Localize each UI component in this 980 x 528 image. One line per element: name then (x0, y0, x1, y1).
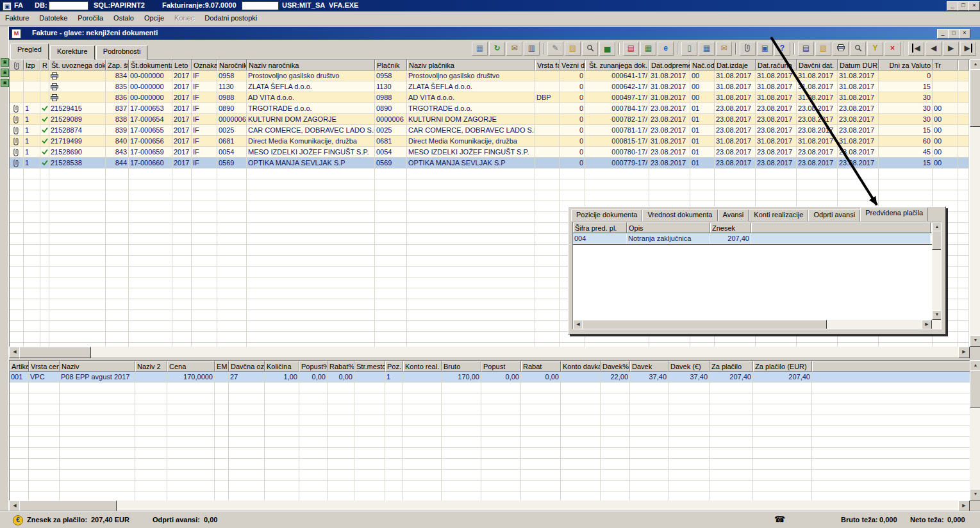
invoice-row[interactable]: 12152908983817-0006542017IF0000006KULTUR… (10, 114, 970, 125)
column-header-davcni[interactable]: Davčni dat. (797, 60, 838, 70)
menu-item-datoteke[interactable]: Datoteke (34, 12, 72, 26)
zoom-icon[interactable] (850, 42, 866, 56)
popup-tab-pozicije-dokumenta[interactable]: Pozicije dokumenta (571, 210, 642, 221)
predvidena-placila-icon[interactable]: ✉ (716, 42, 732, 56)
window-close-button[interactable]: × (959, 29, 970, 38)
column-header-cena[interactable]: Cena (167, 361, 215, 372)
column-header-odpreme[interactable]: Dat.odpreme (649, 60, 690, 70)
column-header-r[interactable]: R (40, 60, 49, 70)
folder-icon[interactable]: ▧ (815, 42, 831, 56)
popup-vscrollbar[interactable]: ▲ ▼ (932, 222, 941, 329)
column-header-za_placilo[interactable]: Za plačilo (710, 361, 753, 372)
column-header-vrsta[interactable]: Vrsta fa. (535, 60, 560, 70)
column-header-sifra[interactable]: Šifra pred. pl. (573, 222, 627, 233)
popup-hscrollbar[interactable]: ◀ ▶ (573, 320, 941, 329)
column-header-leto[interactable]: Leto (172, 60, 192, 70)
column-header-dur[interactable]: Datum DUR (838, 60, 879, 70)
pen-icon[interactable]: ✎ (547, 42, 563, 56)
maximize-button[interactable]: □ (958, 1, 969, 11)
menu-item-fakture[interactable]: Fakture (0, 12, 34, 26)
invoice-row[interactable]: 12152869084317-0006592017IF0054MESO IZDE… (10, 147, 970, 158)
scroll-right-icon[interactable]: ▶ (958, 500, 970, 512)
scroll-right-icon[interactable]: ▶ (922, 320, 932, 329)
refresh-icon[interactable]: ↻ (489, 42, 505, 56)
document-icon[interactable]: ▤ (798, 42, 814, 56)
db-input[interactable] (49, 1, 88, 10)
prev-record-icon[interactable]: ◀ (926, 42, 942, 56)
blank-page-icon[interactable]: ▯ (681, 42, 697, 56)
column-header-naziv_placnika[interactable]: Naziv plačnika (407, 60, 535, 70)
scroll-down-icon[interactable]: ▼ (970, 335, 980, 347)
column-header-attach[interactable] (10, 60, 24, 70)
detail-row[interactable]: 001VPCP08 EPP avgust 2017170,0000271,000… (10, 372, 970, 383)
detail-vscroll-thumb[interactable] (970, 370, 980, 408)
dock-icon-3[interactable]: ▣ (1, 79, 9, 87)
column-header-zap[interactable]: Zap. št. (106, 60, 129, 70)
aux-input[interactable] (242, 1, 279, 10)
printer-icon[interactable] (833, 42, 849, 56)
minimize-button[interactable]: _ (947, 1, 958, 11)
help-icon[interactable]: ? (774, 42, 790, 56)
window-minimize-button[interactable]: _ (937, 29, 949, 38)
last-record-icon[interactable]: ▶ (960, 42, 976, 56)
column-header-izdaje[interactable]: Dat.izdaje (715, 60, 756, 70)
tab-pregled[interactable]: Pregled (10, 44, 49, 60)
dock-icon-1[interactable]: ▣ (1, 58, 9, 67)
popup-tab-konti-realizacije[interactable]: Konti realizacije (749, 210, 808, 221)
invoice-row[interactable]: 83400-0000002017IF0958Prostovoljno gasil… (10, 70, 970, 81)
column-header-opis[interactable]: Opis (627, 222, 710, 233)
popup-tab-avansi[interactable]: Avansi (718, 210, 749, 221)
column-header-konto_davka[interactable]: Konto davka (561, 361, 601, 372)
menu-item-poro-ila[interactable]: Poročila (72, 12, 108, 26)
detail-grid-hscrollbar[interactable]: ◀ ▶ (9, 500, 970, 511)
grid-layout-icon[interactable]: ▥ (524, 42, 540, 56)
column-header-vezni[interactable]: Vezni dok. (560, 60, 585, 70)
column-header-uvoz[interactable]: Št. uvoznega dok. (49, 60, 106, 70)
column-header-nac[interactable]: Nač.odpr. (690, 60, 715, 70)
tab-korekture[interactable]: Korekture (50, 45, 95, 60)
popup-hscroll-thumb[interactable] (582, 320, 827, 329)
calendar-icon[interactable]: ▦ (640, 42, 656, 56)
open-folder-icon[interactable]: ▨ (565, 42, 581, 56)
attachment-icon[interactable] (740, 42, 756, 56)
column-header-_fill[interactable] (751, 222, 931, 233)
column-header-rabat[interactable]: Rabat (521, 361, 561, 372)
tab-podrobnosti[interactable]: Podrobnosti (96, 45, 148, 60)
scroll-down-icon[interactable]: ▼ (970, 489, 980, 500)
invoice-row[interactable]: 12152941583717-0006532017IF0890TRGOTRADE… (10, 103, 970, 114)
column-header-vrsta_cene[interactable]: Vrsta cene (29, 361, 60, 372)
comment-icon[interactable]: ▣ (757, 42, 773, 56)
column-header-naziv[interactable]: Naziv (60, 361, 135, 372)
first-record-icon[interactable]: ◀ (908, 42, 924, 56)
column-header-davek_pct[interactable]: Davek% (601, 361, 630, 372)
close-button[interactable]: × (968, 1, 980, 11)
column-header-bruto[interactable]: Bruto (442, 361, 481, 372)
column-header-izp[interactable]: Izp (24, 60, 40, 70)
column-header-narocnik[interactable]: Naročnik (217, 60, 247, 70)
column-header-popust[interactable]: Popust (481, 361, 521, 372)
column-header-placnik[interactable]: Plačnik (375, 60, 407, 70)
column-header-za_placilo_eur[interactable]: Za plačilo (EUR) (753, 361, 812, 372)
main-vscroll-thumb[interactable] (970, 69, 980, 127)
predvideno-placilo-row[interactable]: 004Notranja zaključnica207,40 (573, 233, 941, 244)
scroll-down-icon[interactable]: ▼ (932, 310, 942, 320)
calculator-icon[interactable]: ▦ (472, 42, 488, 56)
column-header-dok[interactable]: Št.dokumenta (129, 60, 172, 70)
column-header-str_mesto[interactable]: Str.mesto (354, 361, 385, 372)
delete-icon[interactable]: × (884, 42, 901, 56)
invoice-row[interactable]: 83500-0000002017IF1130ZLATA ŠEFLA d.o.o.… (10, 81, 970, 92)
detail-grid-vscrollbar[interactable]: ▲ ▼ (970, 360, 980, 500)
column-header-oznaka[interactable]: Oznaka (192, 60, 217, 70)
popup-tab-odprti-avansi[interactable]: Odprti avansi (808, 210, 860, 221)
menu-item-ostalo[interactable]: Ostalo (108, 12, 139, 26)
menu-item-dodatni-postopki[interactable]: Dodatni postopki (199, 12, 262, 26)
column-header-znesek[interactable]: Znesek (710, 222, 751, 233)
next-record-icon[interactable]: ▶ (943, 42, 959, 56)
column-header-zunanji[interactable]: Št. zunanjega dok. (585, 60, 649, 70)
column-header-kolicina[interactable]: Količina (265, 361, 299, 372)
invoice-row[interactable]: 12152887483917-0006552017IF0025CAR COMER… (10, 125, 970, 136)
invoice-row[interactable]: 12171949984017-0006562017IF0681Direct Me… (10, 136, 970, 147)
column-header-dni[interactable]: Dni za Valuto (879, 60, 933, 70)
column-header-davek[interactable]: Davek (630, 361, 669, 372)
column-header-em[interactable]: EM (215, 361, 229, 372)
